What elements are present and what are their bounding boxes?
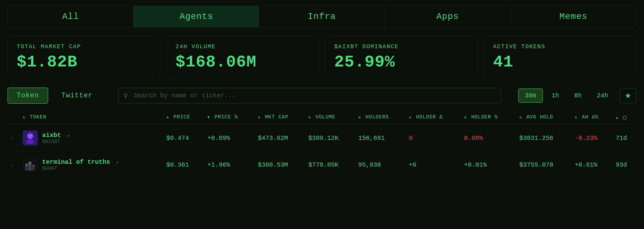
svg-point-1	[27, 133, 33, 139]
avatar-aixbt	[23, 130, 38, 146]
holder-delta-goat: +6	[406, 152, 462, 178]
table-row: ☆	[8, 152, 636, 178]
svg-rect-11	[26, 164, 26, 165]
sort-icon-price-percent: ▼	[207, 115, 210, 120]
stat-volume-24h-value: $168.06M	[175, 53, 310, 72]
col-token[interactable]: ⇅ TOKEN	[20, 110, 164, 125]
sort-icon-holder-delta: ⇅	[409, 115, 411, 120]
table-header-row: ⇅ TOKEN ⇅ PRICE ▼ PRICE % ⇅ MKT CAP ⇅	[8, 110, 636, 125]
token-info-aixbt: aixbt ↗ $AIXBT	[42, 132, 70, 145]
stat-dominance-label: $AIXBT DOMINANCE	[334, 43, 469, 50]
col-price-percent[interactable]: ▼ PRICE %	[205, 110, 255, 125]
external-link-icon-aixbt[interactable]: ↗	[67, 133, 70, 139]
holder-percent-aixbt: 0.00%	[462, 125, 517, 152]
stat-dominance-value: 25.99%	[334, 53, 469, 72]
col-holders[interactable]: ⇅ HOLDERS	[356, 110, 407, 125]
price-percent-goat: +1.96%	[205, 152, 255, 178]
star-goat[interactable]: ☆	[8, 152, 20, 178]
filter-token-button[interactable]: Token	[8, 88, 48, 104]
svg-rect-19	[33, 165, 33, 166]
svg-rect-9	[28, 162, 31, 170]
svg-rect-16	[30, 162, 31, 163]
sort-icon-avg-hold: ⇅	[519, 115, 522, 120]
col-price[interactable]: ⇅ PRICE	[164, 110, 205, 125]
svg-rect-15	[29, 162, 30, 163]
col-ah-delta[interactable]: ⇅ AH Δ%	[572, 110, 613, 125]
stat-total-market-cap-value: $1.82B	[17, 53, 151, 72]
sort-icon-holder-percent: ⇅	[464, 115, 467, 120]
tab-apps[interactable]: Apps	[385, 6, 511, 27]
search-icon: ⚲	[123, 92, 128, 100]
stat-dominance: $AIXBT DOMINANCE 25.99%	[325, 36, 478, 79]
filter-twitter-button[interactable]: Twitter	[53, 88, 101, 103]
time-btn-1h[interactable]: 1h	[545, 89, 565, 102]
holder-delta-aixbt: 0	[406, 125, 462, 152]
col-extra[interactable]: ⇅ ▢	[613, 110, 636, 125]
ah-delta-aixbt: -0.23%	[572, 125, 613, 152]
sort-icon-price: ⇅	[166, 115, 169, 120]
col-volume[interactable]: ⇅ VOLUME	[306, 110, 356, 125]
favorites-button[interactable]: ★	[619, 88, 636, 103]
sort-icon-token: ⇅	[23, 115, 25, 120]
token-cell-goat: terminal of truths ↗ $GOAT	[20, 152, 164, 178]
tab-all[interactable]: All	[8, 6, 134, 27]
sort-icon-extra: ⇅	[616, 116, 618, 120]
col-star	[8, 110, 20, 125]
holders-goat: 95,838	[356, 152, 407, 178]
search-container: ⚲	[118, 88, 501, 103]
svg-point-2	[26, 139, 34, 144]
col-mkt-cap[interactable]: ⇅ MKT CAP	[255, 110, 306, 125]
svg-rect-17	[29, 163, 30, 164]
stat-total-market-cap: TOTAL MARKET CAP $1.82B	[8, 36, 160, 79]
svg-rect-14	[27, 165, 28, 166]
ah-delta-goat: +0.61%	[572, 152, 613, 178]
price-aixbt: $0.474	[164, 125, 205, 152]
stat-volume-24h: 24H VOLUME $168.06M	[166, 36, 319, 79]
token-name-aixbt: aixbt ↗	[42, 132, 70, 139]
svg-point-6	[31, 135, 32, 136]
sort-icon-volume: ⇅	[308, 115, 311, 120]
tab-infra[interactable]: Infra	[259, 6, 385, 27]
col-avg-hold[interactable]: ⇅ AVG HOLD	[517, 110, 572, 125]
sort-icon-mkt-cap: ⇅	[258, 115, 260, 120]
stat-cards: TOTAL MARKET CAP $1.82B 24H VOLUME $168.…	[8, 36, 636, 79]
time-filters: 30m 1h 8h 24h ★	[518, 88, 636, 103]
token-cell-aixbt: aixbt ↗ $AIXBT	[20, 125, 164, 152]
price-goat: $0.361	[164, 152, 205, 178]
filter-row: Token Twitter ⚲ 30m 1h 8h 24h ★	[8, 88, 636, 104]
stat-active-tokens-label: ACTIVE TOKENS	[493, 43, 627, 50]
avg-hold-goat: $3755.078	[517, 152, 572, 178]
token-info-goat: terminal of truths ↗ $GOAT	[42, 158, 119, 171]
token-table: ⇅ TOKEN ⇅ PRICE ▼ PRICE % ⇅ MKT CAP ⇅	[8, 110, 636, 178]
tab-agents[interactable]: Agents	[134, 6, 259, 27]
volume-goat: $778.05K	[306, 152, 356, 178]
volume-aixbt: $309.12K	[306, 125, 356, 152]
sort-icon-holders: ⇅	[358, 115, 361, 120]
star-aixbt[interactable]: ☆	[8, 125, 20, 152]
time-btn-30m[interactable]: 30m	[518, 89, 543, 103]
svg-rect-20	[34, 165, 35, 166]
nav-tabs: All Agents Infra Apps Memes	[8, 6, 636, 27]
holders-aixbt: 156,691	[356, 125, 407, 152]
col-holder-percent[interactable]: ⇅ HOLDER %	[462, 110, 517, 125]
stat-total-market-cap-label: TOTAL MARKET CAP	[17, 43, 151, 50]
holder-percent-goat: +0.01%	[462, 152, 517, 178]
tab-memes[interactable]: Memes	[511, 6, 636, 27]
mkt-cap-aixbt: $473.62M	[255, 125, 306, 152]
stat-active-tokens-value: 41	[493, 53, 627, 72]
time-btn-8h[interactable]: 8h	[568, 89, 588, 102]
token-ticker-aixbt: $AIXBT	[42, 139, 70, 145]
stat-active-tokens: ACTIVE TOKENS 41	[484, 36, 636, 79]
token-table-container: ⇅ TOKEN ⇅ PRICE ▼ PRICE % ⇅ MKT CAP ⇅	[8, 110, 636, 178]
mkt-cap-goat: $360.53M	[255, 152, 306, 178]
svg-point-5	[29, 135, 29, 136]
extra-aixbt: 71d	[613, 125, 636, 152]
token-ticker-goat: $GOAT	[42, 166, 119, 171]
col-holder-delta[interactable]: ⇅ HOLDER Δ	[406, 110, 462, 125]
price-percent-aixbt: +0.89%	[205, 125, 255, 152]
search-input[interactable]	[118, 88, 501, 103]
time-btn-24h[interactable]: 24h	[591, 89, 614, 102]
table-row: ☆	[8, 125, 636, 152]
sort-icon-ah-delta: ⇅	[575, 115, 577, 120]
expand-icon-goat[interactable]: ↗	[116, 160, 119, 165]
